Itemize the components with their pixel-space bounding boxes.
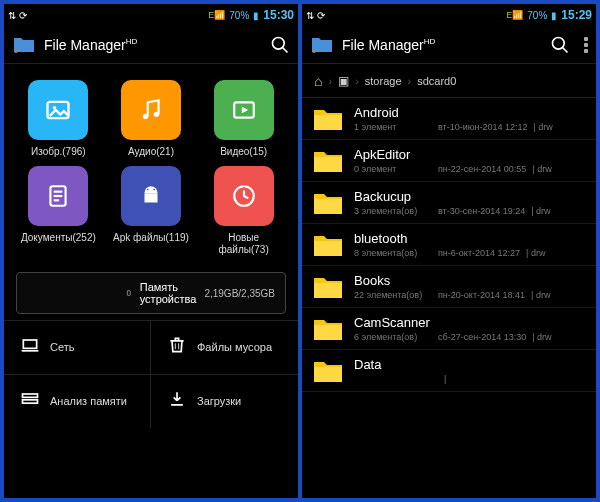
category-audio[interactable]: Аудио(21) <box>109 80 194 158</box>
file-meta: | <box>354 374 586 384</box>
svg-rect-16 <box>128 291 131 296</box>
trash-icon <box>167 335 187 360</box>
file-name: Backucup <box>354 189 586 204</box>
right-screenshot: ⇅ ⟳ E📶 70% ▮ 15:29 File ManagerHD ⌂ › ▣ … <box>302 4 596 498</box>
battery-text: 70% <box>229 10 249 21</box>
file-row[interactable]: Data| <box>302 350 596 392</box>
category-label: Видео(15) <box>220 146 267 158</box>
folder-icon <box>312 358 344 384</box>
search-icon[interactable] <box>270 35 290 55</box>
bottom-download[interactable]: Загрузки <box>151 374 298 428</box>
svg-point-0 <box>14 49 18 53</box>
svg-line-2 <box>283 47 288 52</box>
folder-icon <box>312 148 344 174</box>
svg-rect-22 <box>23 400 38 403</box>
category-label: Новые файлы(73) <box>204 232 284 256</box>
net-icon <box>20 335 40 360</box>
bottom-label: Анализ памяти <box>50 395 127 408</box>
app-header: File ManagerHD <box>302 26 596 64</box>
category-recent[interactable]: Новые файлы(73) <box>201 166 286 256</box>
category-apk[interactable]: Apk файлы(119) <box>109 166 194 256</box>
category-video[interactable]: Видео(15) <box>201 80 286 158</box>
storage-value: 2,19GB/2,35GB <box>204 288 275 299</box>
bottom-grid: СетьФайлы мусораАнализ памятиЗагрузки <box>4 320 298 428</box>
file-meta: 0 элементпн-22-сен-2014 00:55| drw <box>354 164 586 174</box>
bottom-trash[interactable]: Файлы мусора <box>151 320 298 374</box>
folder-icon <box>312 232 344 258</box>
svg-point-6 <box>154 112 159 117</box>
app-folder-icon <box>12 36 36 54</box>
sync-icon: ⟳ <box>317 10 325 21</box>
file-name: bluetooth <box>354 231 586 246</box>
bottom-label: Файлы мусора <box>197 341 272 354</box>
app-header: File ManagerHD <box>4 26 298 64</box>
svg-rect-17 <box>23 340 36 348</box>
clock: 15:29 <box>561 8 592 22</box>
file-row[interactable]: ApkEditor0 элементпн-22-сен-2014 00:55| … <box>302 140 596 182</box>
category-label: Аудио(21) <box>128 146 174 158</box>
file-row[interactable]: Books22 элемента(ов)пн-20-окт-2014 18:41… <box>302 266 596 308</box>
battery-text: 70% <box>527 10 547 21</box>
category-image[interactable]: Изобр.(796) <box>16 80 101 158</box>
folder-icon <box>312 274 344 300</box>
file-name: ApkEditor <box>354 147 586 162</box>
storage-label: Память устройства <box>140 281 197 305</box>
app-title: File ManagerHD <box>342 37 435 53</box>
doc-icon <box>28 166 88 226</box>
file-name: Android <box>354 105 586 120</box>
bottom-analyze[interactable]: Анализ памяти <box>4 374 151 428</box>
apk-icon <box>121 166 181 226</box>
bottom-label: Сеть <box>50 341 74 354</box>
audio-icon <box>121 80 181 140</box>
file-meta: 22 элемента(ов)пн-20-окт-2014 18:41| drw <box>354 290 586 300</box>
status-bar: ⇅ ⟳ E📶 70% ▮ 15:29 <box>302 4 596 26</box>
breadcrumb-sd-icon[interactable]: ▣ <box>332 70 355 92</box>
breadcrumb-item[interactable]: sdcard0 <box>411 70 462 92</box>
svg-point-13 <box>147 189 149 191</box>
svg-point-1 <box>273 37 285 49</box>
recent-icon <box>214 166 274 226</box>
breadcrumb-home-icon[interactable]: ⌂ <box>308 70 328 92</box>
breadcrumb: ⌂ › ▣ › storage › sdcard0 <box>302 64 596 98</box>
battery-icon: ▮ <box>551 10 557 21</box>
svg-point-14 <box>153 189 155 191</box>
file-meta: 6 элемента(ов)сб-27-сен-2014 13:30| drw <box>354 332 586 342</box>
analyze-icon <box>20 389 40 414</box>
file-meta: 1 элементвт-10-июн-2014 12:12| drw <box>354 122 586 132</box>
clock: 15:30 <box>263 8 294 22</box>
wifi-icon: ⇅ <box>8 10 16 21</box>
bottom-net[interactable]: Сеть <box>4 320 151 374</box>
download-icon <box>167 389 187 414</box>
folder-icon <box>312 316 344 342</box>
file-name: Books <box>354 273 586 288</box>
file-row[interactable]: CamScanner6 элемента(ов)сб-27-сен-2014 1… <box>302 308 596 350</box>
signal-label: E📶 <box>506 10 523 20</box>
breadcrumb-item[interactable]: storage <box>359 70 408 92</box>
app-title: File ManagerHD <box>44 37 137 53</box>
folder-icon <box>312 190 344 216</box>
left-screenshot: ⇅ ⟳ E📶 70% ▮ 15:30 File ManagerHD Изобр.… <box>4 4 298 498</box>
file-name: Data <box>354 357 586 372</box>
svg-rect-12 <box>144 194 157 203</box>
file-row[interactable]: bluetooth8 элемента(ов)пн-6-окт-2014 12:… <box>302 224 596 266</box>
signal-label: E📶 <box>208 10 225 20</box>
svg-point-24 <box>553 37 565 49</box>
file-row[interactable]: Backucup3 элемента(ов)вт-30-сен-2014 19:… <box>302 182 596 224</box>
phone-icon <box>126 286 132 300</box>
file-list: Android1 элементвт-10-июн-2014 12:12| dr… <box>302 98 596 498</box>
svg-point-23 <box>312 49 316 53</box>
sync-icon: ⟳ <box>19 10 27 21</box>
svg-rect-21 <box>23 394 38 397</box>
file-name: CamScanner <box>354 315 586 330</box>
search-icon[interactable] <box>550 35 570 55</box>
storage-bar[interactable]: Память устройства 2,19GB/2,35GB <box>16 272 286 314</box>
menu-icon[interactable] <box>584 37 588 53</box>
category-doc[interactable]: Документы(252) <box>16 166 101 256</box>
image-icon <box>28 80 88 140</box>
file-meta: 8 элемента(ов)пн-6-окт-2014 12:27| drw <box>354 248 586 258</box>
category-label: Изобр.(796) <box>31 146 86 158</box>
svg-point-5 <box>143 114 148 119</box>
bottom-label: Загрузки <box>197 395 241 408</box>
status-bar: ⇅ ⟳ E📶 70% ▮ 15:30 <box>4 4 298 26</box>
file-row[interactable]: Android1 элементвт-10-июн-2014 12:12| dr… <box>302 98 596 140</box>
